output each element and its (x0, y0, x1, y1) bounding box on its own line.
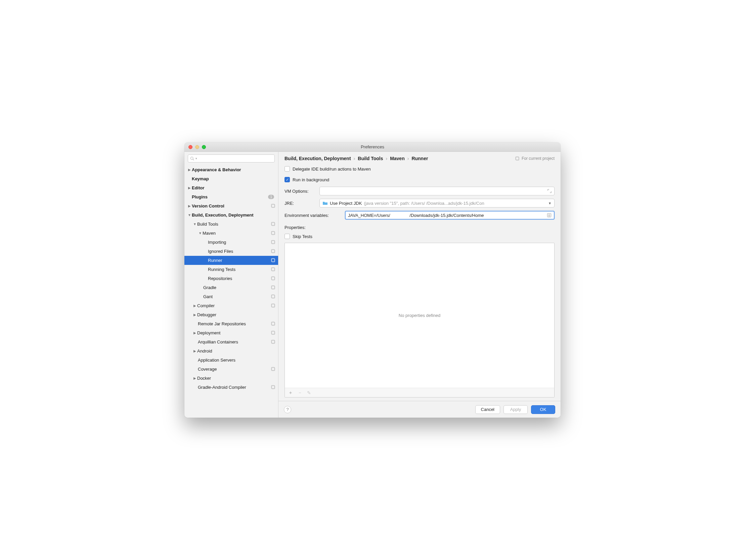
folder-icon (322, 201, 328, 205)
env-input[interactable]: JAVA_HOME=/Users/ /Downloads/jdk-15.jdk/… (345, 211, 555, 220)
tree-compiler[interactable]: ▶Compiler (185, 301, 278, 310)
skip-tests-checkbox[interactable]: Skip Tests (285, 232, 555, 241)
chevron-down-icon: ▾ (195, 157, 197, 160)
delegate-label: Delegate IDE build/run actions to Maven (293, 167, 371, 171)
tree-app-servers[interactable]: Application Servers (185, 356, 278, 365)
project-icon (271, 249, 276, 254)
breadcrumb: Build, Execution, Deployment › Build Too… (285, 156, 428, 161)
run-bg-label: Run in background (293, 177, 329, 182)
minimize-icon (195, 145, 199, 149)
titlebar: Preferences (185, 142, 560, 152)
delegate-checkbox[interactable]: Delegate IDE build/run actions to Maven (285, 165, 555, 173)
properties-label: Properties: (285, 225, 555, 230)
jre-dropdown[interactable]: Use Project JDK (java version "15", path… (319, 199, 555, 207)
tree-maven[interactable]: ▼Maven (185, 229, 278, 238)
project-icon (271, 276, 276, 281)
tree-repositories[interactable]: Repositories (185, 274, 278, 283)
crumb-maven[interactable]: Maven (390, 156, 405, 161)
apply-button[interactable]: Apply (504, 405, 528, 414)
project-icon (271, 267, 276, 272)
search-icon (190, 157, 194, 161)
project-icon (271, 222, 276, 226)
tree-docker[interactable]: ▶Docker (185, 374, 278, 383)
tree-remote-jar[interactable]: Remote Jar Repositories (185, 319, 278, 328)
add-icon[interactable]: ＋ (288, 390, 293, 396)
project-icon (271, 231, 276, 235)
jre-label: JRE: (285, 201, 315, 206)
env-label: Environment variables: (285, 213, 341, 218)
tree-running-tests[interactable]: Running Tests (185, 265, 278, 274)
tree-bed[interactable]: ▼Build, Execution, Deployment (185, 210, 278, 220)
crumb-bed[interactable]: Build, Execution, Deployment (285, 156, 351, 161)
vm-options-input[interactable] (319, 187, 555, 195)
tree-arquillian[interactable]: Arquillian Containers (185, 337, 278, 347)
tree-runner[interactable]: Runner (185, 256, 278, 265)
plugins-badge: 1 (268, 195, 274, 199)
chevron-down-icon: ▼ (548, 201, 552, 205)
preferences-window: Preferences ▾ ▶Appearance & Behavior Key… (185, 142, 560, 418)
tree-editor[interactable]: ▶Editor (185, 183, 278, 192)
crumb-runner: Runner (412, 156, 428, 161)
window-controls (188, 145, 206, 149)
project-icon (515, 157, 520, 161)
tree-coverage[interactable]: Coverage (185, 365, 278, 374)
tree-gant[interactable]: Gant (185, 292, 278, 301)
expand-icon[interactable] (548, 189, 552, 193)
settings-tree: ▶Appearance & Behavior Keymap ▶Editor Pl… (185, 165, 278, 418)
sidebar: ▾ ▶Appearance & Behavior Keymap ▶Editor … (185, 152, 279, 418)
zoom-icon[interactable] (202, 145, 206, 149)
remove-icon[interactable]: － (298, 390, 302, 396)
project-icon (271, 285, 276, 290)
ok-button[interactable]: OK (531, 405, 555, 414)
no-properties-label: No properties defined (285, 243, 554, 388)
tree-gradle[interactable]: Gradle (185, 283, 278, 292)
main-panel: Build, Execution, Deployment › Build Too… (279, 152, 560, 418)
search-field[interactable] (198, 156, 272, 161)
tree-appearance[interactable]: ▶Appearance & Behavior (185, 165, 278, 174)
svg-line-1 (193, 159, 194, 160)
project-icon (271, 303, 276, 308)
project-icon (271, 204, 276, 208)
skip-tests-label: Skip Tests (293, 234, 312, 239)
edit-icon[interactable]: ✎ (307, 390, 311, 395)
cancel-button[interactable]: Cancel (475, 405, 500, 414)
project-icon (271, 258, 276, 263)
list-icon[interactable] (547, 213, 552, 218)
crumb-build-tools[interactable]: Build Tools (358, 156, 383, 161)
tree-debugger[interactable]: ▶Debugger (185, 310, 278, 319)
jre-value: Use Project JDK (330, 201, 362, 206)
env-value: JAVA_HOME=/Users/ /Downloads/jdk-15.jdk/… (348, 213, 484, 218)
tree-build-tools[interactable]: ▼Build Tools (185, 220, 278, 229)
properties-box: No properties defined ＋ － ✎ (285, 243, 555, 397)
tree-ignored[interactable]: Ignored Files (185, 247, 278, 256)
vm-options-label: VM Options: (285, 189, 315, 194)
window-title: Preferences (185, 144, 560, 150)
project-icon (271, 322, 276, 326)
svg-point-0 (191, 157, 193, 160)
project-icon (271, 294, 276, 299)
project-icon (271, 367, 276, 371)
tree-android[interactable]: ▶Android (185, 347, 278, 356)
jre-hint: (java version "15", path: /Users/ /Downl… (364, 201, 484, 206)
project-icon (271, 385, 276, 390)
tree-keymap[interactable]: Keymap (185, 174, 278, 183)
dialog-footer: ? Cancel Apply OK (279, 401, 560, 418)
for-project-label: For current project (515, 156, 555, 161)
tree-gradle-android[interactable]: Gradle-Android Compiler (185, 383, 278, 392)
project-icon (271, 240, 276, 244)
project-icon (271, 340, 276, 344)
project-icon (271, 331, 276, 335)
checkbox-icon (285, 166, 290, 171)
tree-importing[interactable]: Importing (185, 238, 278, 247)
checkbox-checked-icon: ✓ (285, 177, 290, 182)
run-bg-checkbox[interactable]: ✓ Run in background (285, 175, 555, 184)
help-button[interactable]: ? (284, 406, 291, 413)
tree-deployment[interactable]: ▶Deployment (185, 328, 278, 337)
search-input[interactable]: ▾ (188, 155, 275, 163)
tree-version-control[interactable]: ▶Version Control (185, 201, 278, 210)
close-icon[interactable] (188, 145, 192, 149)
checkbox-icon (285, 234, 290, 239)
tree-plugins[interactable]: Plugins1 (185, 192, 278, 201)
properties-toolbar: ＋ － ✎ (285, 388, 554, 397)
